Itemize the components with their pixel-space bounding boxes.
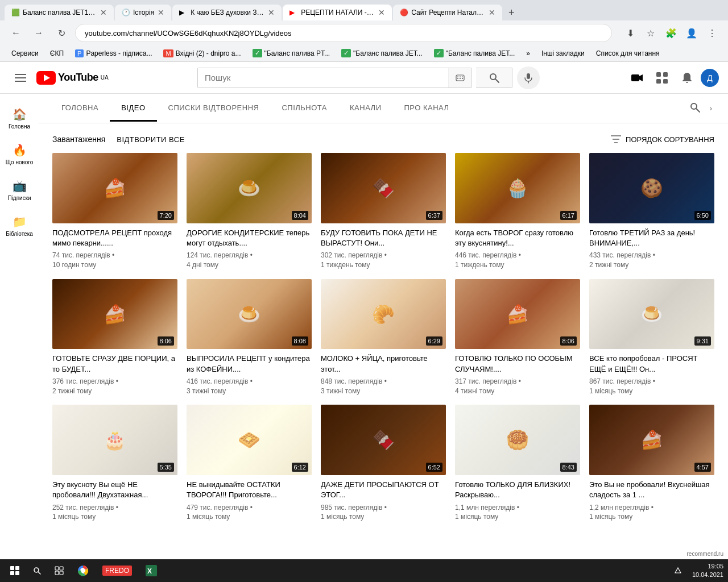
new-tab-button[interactable]: + bbox=[503, 5, 519, 20]
user-avatar[interactable]: Д bbox=[701, 69, 719, 87]
search-input[interactable] bbox=[198, 68, 448, 88]
search-box bbox=[197, 68, 471, 88]
video-card-13[interactable]: 🍫 6:52 ДАЖЕ ДЕТИ ПРОСЫПАЮТСЯ ОТ ЭТОГ... … bbox=[321, 405, 446, 522]
bookmark-balans3[interactable]: ✓ "Баланс палива JET... bbox=[429, 48, 520, 59]
video-thumbnail: 🥐 6:29 bbox=[321, 279, 446, 350]
video-card-11[interactable]: 🎂 5:35 Эту вкусноту Вы ещё НЕ пробовали!… bbox=[52, 405, 177, 522]
section-header: Завантаження ВІДТВОРИТИ ВСЕ ПОРЯДОК СОРТ… bbox=[52, 135, 714, 144]
sidebar-lib-label: Бібліотека bbox=[6, 231, 33, 237]
video-card-14[interactable]: 🥮 8:43 Готовлю ТОЛЬКО ДЛЯ БЛИЗКИХ! Раскр… bbox=[455, 405, 580, 522]
bookmark-icon[interactable]: ☆ bbox=[642, 24, 660, 42]
video-thumbnail: 🍰 8:06 bbox=[52, 279, 177, 350]
sidebar-item-library[interactable]: 📁 Бібліотека bbox=[0, 208, 39, 244]
bookmark-label: "Баланс палива JET... bbox=[353, 49, 423, 57]
video-thumbnail: 🍪 6:50 bbox=[589, 153, 714, 223]
video-thumbnail: 🥮 8:43 bbox=[455, 405, 580, 475]
bookmark-more[interactable]: » bbox=[522, 48, 535, 59]
search-area bbox=[111, 66, 626, 89]
video-card-2[interactable]: 🍮 8:04 ДОРОГИЕ КОНДИТЕРСКИЕ теперь могут… bbox=[187, 153, 312, 270]
channel-nav-arrow-button[interactable]: › bbox=[705, 96, 717, 120]
play-all-button[interactable]: ВІДТВОРИТИ ВСЕ bbox=[117, 135, 185, 144]
channel-nav-search-button[interactable] bbox=[685, 94, 705, 123]
keyboard-button[interactable] bbox=[448, 68, 471, 88]
bookmark-ekp[interactable]: ЄКП bbox=[46, 48, 68, 59]
microphone-button[interactable] bbox=[517, 66, 540, 89]
video-title: Готовлю ТОЛЬКО ДЛЯ БЛИЗКИХ! Раскрываю... bbox=[455, 480, 580, 500]
extensions-icon[interactable]: 🧩 bbox=[662, 24, 680, 42]
video-info: ГОТОВЛЮ ТОЛЬКО ПО ОСОБЫМ СЛУЧАЯМ!.... 31… bbox=[455, 354, 580, 396]
browser-tab-4[interactable]: ▶ РЕЦЕПТИ НАТАЛИ - You... ✕ bbox=[283, 5, 392, 20]
svg-rect-10 bbox=[460, 78, 461, 79]
nav-playlists[interactable]: СПИСКИ ВІДТВОРЕННЯ bbox=[157, 95, 271, 122]
account-icon[interactable]: 👤 bbox=[682, 24, 701, 42]
video-card-15[interactable]: 🍰 4:57 Это Вы не пробовали! Вкуснейшая с… bbox=[589, 405, 714, 522]
video-card-4[interactable]: 🧁 6:17 Когда есть ТВОРОГ сразу готовлю э… bbox=[455, 153, 580, 270]
refresh-button[interactable]: ↻ bbox=[52, 24, 71, 42]
forward-button[interactable]: → bbox=[30, 24, 48, 42]
download-icon[interactable]: ⬇ bbox=[621, 24, 639, 42]
thumb-emoji: 🍰 bbox=[104, 177, 126, 199]
video-card-12[interactable]: 🧇 6:12 НЕ выкидывайте ОСТАТКИ ТВОРОГА!!!… bbox=[187, 405, 312, 522]
video-thumbnail: 🍰 4:57 bbox=[589, 405, 714, 475]
youtube-logo[interactable]: YouTube UA bbox=[36, 71, 109, 85]
nav-community[interactable]: СПІЛЬНОТА bbox=[270, 95, 338, 122]
video-grid: 🍰 7:20 ПОДСМОТРЕЛА РЕЦЕПТ проходя мимо п… bbox=[52, 153, 714, 522]
sidebar-item-subscriptions[interactable]: 📺 Підписки bbox=[0, 172, 39, 208]
video-meta: 74 тис. переглядів •10 годин тому bbox=[52, 251, 177, 270]
video-card-7[interactable]: 🍮 8:08 ВЫПРОСИЛА РЕЦЕПТ у кондитера из К… bbox=[187, 279, 312, 396]
svg-rect-5 bbox=[456, 75, 464, 81]
nav-home[interactable]: ГОЛОВНА bbox=[50, 95, 110, 122]
tab-title-3: К чаю БЕЗ духовки ЗА 5 bbox=[191, 9, 264, 16]
video-card-6[interactable]: 🍰 8:06 ГОТОВЬТЕ СРАЗУ ДВЕ ПОРЦИИ, а то Б… bbox=[52, 279, 177, 396]
nav-channels[interactable]: КАНАЛИ bbox=[338, 95, 392, 122]
video-card-10[interactable]: 🍮 9:31 ВСЕ кто попробовал - ПРОСЯТ ЕЩЁ и… bbox=[589, 279, 714, 396]
bookmark-balans2[interactable]: ✓ "Баланс палива JET... bbox=[337, 48, 427, 59]
video-title: Готовлю ТРЕТИЙ РАЗ за день! ВНИМАНИЕ,... bbox=[589, 228, 714, 248]
video-thumbnail: 🍮 8:04 bbox=[187, 153, 312, 223]
bookmark-servis[interactable]: Сервиси bbox=[7, 48, 43, 59]
bookmark-reading[interactable]: Список для читання bbox=[592, 48, 664, 59]
browser-tab-5[interactable]: 🔴 Сайт Рецепти Натали | С ✕ bbox=[393, 5, 502, 20]
tab-close-1[interactable]: ✕ bbox=[100, 8, 107, 17]
back-button[interactable]: ← bbox=[7, 24, 25, 42]
notifications-button[interactable] bbox=[676, 66, 698, 89]
thumb-emoji: 🥐 bbox=[372, 304, 395, 325]
bookmark-balans1[interactable]: ✓ "Баланс палива PT... bbox=[248, 48, 335, 59]
sidebar-item-new[interactable]: 🔥 Що нового bbox=[0, 136, 39, 172]
nav-about[interactable]: ПРО КАНАЛ bbox=[392, 95, 460, 122]
address-input[interactable] bbox=[75, 24, 612, 42]
nav-videos[interactable]: ВІДЕО bbox=[110, 95, 156, 122]
video-card-9[interactable]: 🍰 8:06 ГОТОВЛЮ ТОЛЬКО ПО ОСОБЫМ СЛУЧАЯМ!… bbox=[455, 279, 580, 396]
tab-close-3[interactable]: ✕ bbox=[268, 8, 275, 17]
sidebar-subs-label: Підписки bbox=[7, 195, 31, 201]
video-card-3[interactable]: 🍫 6:37 БУДУ ГОТОВИТЬ ПОКА ДЕТИ НЕ ВЫРАСТ… bbox=[321, 153, 446, 270]
tab-close-4[interactable]: ✕ bbox=[378, 8, 385, 17]
browser-tab-3[interactable]: ▶ К чаю БЕЗ духовки ЗА 5 ✕ bbox=[172, 5, 282, 20]
video-meta: 848 тис. переглядів •3 тижні тому bbox=[321, 377, 446, 396]
bookmark-other[interactable]: Інші закладки bbox=[537, 48, 589, 59]
sidebar-item-home[interactable]: 🏠 Головна bbox=[0, 101, 39, 136]
bookmark-paperless[interactable]: P Paperless - підписа... bbox=[71, 48, 156, 59]
apps-button[interactable] bbox=[651, 66, 673, 89]
video-duration: 8:06 bbox=[560, 336, 577, 346]
tab-close-2[interactable]: ✕ bbox=[158, 8, 164, 17]
create-video-button[interactable] bbox=[626, 66, 648, 89]
search-button[interactable] bbox=[476, 68, 512, 88]
browser-tab-1[interactable]: 🟩 Баланс палива JET1 за К ✕ bbox=[5, 5, 114, 20]
video-card-5[interactable]: 🍪 6:50 Готовлю ТРЕТИЙ РАЗ за день! ВНИМА… bbox=[589, 153, 714, 270]
menu-icon[interactable]: ⋮ bbox=[703, 24, 721, 42]
tab-close-5[interactable]: ✕ bbox=[489, 8, 495, 17]
video-info: Когда есть ТВОРОГ сразу готовлю эту вкус… bbox=[455, 228, 580, 270]
sort-button[interactable]: ПОРЯДОК СОРТУВАННЯ bbox=[611, 135, 714, 144]
browser-tab-2[interactable]: 🕐 Історія ✕ bbox=[115, 5, 171, 20]
video-meta: 446 тис. переглядів •1 тиждень тому bbox=[455, 251, 580, 270]
video-card-8[interactable]: 🥐 6:29 МОЛОКО + ЯЙЦА, приготовьте этот..… bbox=[321, 279, 446, 396]
video-card-1[interactable]: 🍰 7:20 ПОДСМОТРЕЛА РЕЦЕПТ проходя мимо п… bbox=[52, 153, 177, 270]
bookmark-mail[interactable]: M Вхідні (2) - dnipro a... bbox=[159, 48, 245, 59]
hamburger-menu[interactable] bbox=[9, 66, 32, 89]
svg-rect-21 bbox=[663, 79, 668, 84]
svg-rect-8 bbox=[462, 76, 463, 77]
video-title: Это Вы не пробовали! Вкуснейшая сладость… bbox=[589, 480, 714, 500]
thumb-emoji: 🍫 bbox=[372, 177, 395, 199]
home-icon: 🏠 bbox=[13, 107, 27, 121]
